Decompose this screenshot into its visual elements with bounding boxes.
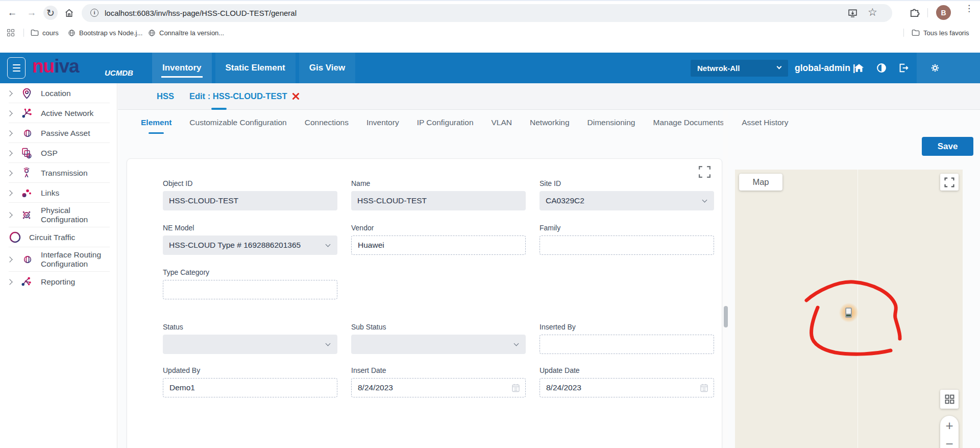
logo-subtitle: UCMDB xyxy=(105,68,133,77)
globe-speed-icon xyxy=(19,127,34,140)
field-sub-status: Sub Status xyxy=(351,323,526,354)
sidebar-item-reporting[interactable]: Reporting xyxy=(0,272,117,292)
browser-menu-icon[interactable]: ⋮ xyxy=(965,6,971,11)
tab-inventory[interactable]: Inventory xyxy=(366,118,399,127)
folder-icon xyxy=(31,29,39,36)
tab-element[interactable]: Element xyxy=(141,118,172,127)
chevron-right-icon xyxy=(7,150,12,156)
chevron-right-icon xyxy=(7,170,12,176)
bookmark-cours[interactable]: cours xyxy=(31,26,59,40)
field-update-date: Update Date 8/24/2023 xyxy=(540,366,714,397)
chevron-right-icon xyxy=(7,212,12,218)
sidebar-item-passive-asset[interactable]: Passive Asset xyxy=(0,123,117,143)
sidebar-item-active-network[interactable]: Active Network xyxy=(0,103,117,123)
calendar-icon[interactable] xyxy=(700,384,708,394)
back-icon[interactable]: ← xyxy=(5,6,19,20)
tab-vlan[interactable]: VLAN xyxy=(492,118,512,127)
object-id-input[interactable]: HSS-CLOUD-TEST xyxy=(163,191,337,210)
bookmark-connaitre[interactable]: Connaître la version... xyxy=(148,26,224,40)
bookmarks-separator xyxy=(23,29,24,37)
bookmark-bootstrap[interactable]: Bootstrap vs Node.j... xyxy=(68,26,142,40)
field-object-id: Object ID HSS-CLOUD-TEST xyxy=(163,179,337,210)
nav-static-element[interactable]: Static Element xyxy=(215,53,296,83)
ne-model-select[interactable]: HSS-CLOUD Type # 1692886201365 xyxy=(163,235,337,255)
close-icon[interactable] xyxy=(292,92,300,100)
family-input[interactable] xyxy=(540,235,714,255)
vendor-input[interactable]: Huawei xyxy=(351,235,526,255)
apps-grid-icon[interactable] xyxy=(7,26,14,40)
chevron-down-icon xyxy=(326,341,331,346)
zoom-in-button[interactable]: + xyxy=(940,416,959,435)
calendar-icon[interactable] xyxy=(512,384,520,394)
tab-connections[interactable]: Connections xyxy=(305,118,349,127)
chevron-down-icon xyxy=(514,341,519,346)
hamburger-menu-icon[interactable] xyxy=(7,57,26,79)
header-settings-panel xyxy=(917,53,980,83)
tab-dimensioning[interactable]: Dimensioning xyxy=(587,118,635,127)
updated-by-input[interactable]: Demo1 xyxy=(163,378,337,397)
sidebar-item-circuit-traffic[interactable]: Circuit Traffic xyxy=(0,227,117,247)
home-icon[interactable] xyxy=(62,6,76,20)
content-scrollbar[interactable] xyxy=(723,110,728,448)
tab-customizable-configuration[interactable]: Customizable Configuration xyxy=(189,118,286,127)
tab-networking[interactable]: Networking xyxy=(530,118,570,127)
sidebar-item-interface-routing-configuration[interactable]: Interface Routing Configuration xyxy=(0,247,117,272)
chevron-right-icon xyxy=(7,130,12,136)
field-inserted-by: Inserted By xyxy=(540,323,714,354)
breadcrumb-tab-hss[interactable]: HSS xyxy=(157,83,174,110)
inserted-by-input[interactable] xyxy=(540,335,714,354)
bookmark-star-icon[interactable]: ☆ xyxy=(868,6,879,17)
tab-manage-documents[interactable]: Manage Documents xyxy=(653,118,724,127)
map-device-marker[interactable] xyxy=(839,303,859,322)
url-bar[interactable]: i localhost:6083/inv/hss-page/HSS-CLOUD-… xyxy=(82,4,892,22)
update-date-input[interactable]: 8/24/2023 xyxy=(540,378,714,397)
refresh-icon[interactable]: ↻ xyxy=(43,6,58,20)
app-home-icon[interactable] xyxy=(853,62,865,74)
save-button[interactable]: Save xyxy=(922,137,973,156)
insert-date-input[interactable]: 8/24/2023 xyxy=(351,378,526,397)
browser-toolbar: ← → ↻ i localhost:6083/inv/hss-page/HSS-… xyxy=(0,0,980,26)
map-panel[interactable]: Map + − xyxy=(735,170,963,448)
contrast-icon[interactable] xyxy=(876,62,887,74)
sidebar: Location Active Network xyxy=(0,83,117,448)
type-category-input[interactable] xyxy=(163,280,337,299)
field-insert-date: Insert Date 8/24/2023 xyxy=(351,366,526,397)
profile-avatar[interactable]: B xyxy=(936,5,951,20)
page-info-icon[interactable]: i xyxy=(90,9,99,17)
bookmark-all-favorites[interactable]: Tous les favoris xyxy=(912,26,969,40)
nav-gis-view[interactable]: Gis View xyxy=(299,53,356,83)
map-layers-grid-icon[interactable] xyxy=(940,390,959,409)
scrollbar-thumb[interactable] xyxy=(724,306,728,327)
field-ne-model: NE Model HSS-CLOUD Type # 1692886201365 xyxy=(163,224,337,255)
element-form-card: Object ID HSS-CLOUD-TEST Name HSS-CLOUD-… xyxy=(127,158,722,448)
tab-asset-history[interactable]: Asset History xyxy=(742,118,788,127)
network-select[interactable]: Netwrok-All xyxy=(691,60,788,77)
install-app-icon[interactable] xyxy=(847,8,859,19)
url-text[interactable]: localhost:6083/inv/hss-page/HSS-CLOUD-TE… xyxy=(105,4,297,22)
map-fullscreen-icon[interactable] xyxy=(940,174,959,191)
sidebar-item-transmission[interactable]: Transmission xyxy=(0,163,117,183)
nav-inventory[interactable]: Inventory xyxy=(152,53,212,83)
settings-gear-icon[interactable] xyxy=(929,62,941,74)
sidebar-item-location[interactable]: Location xyxy=(0,83,117,103)
map-type-button[interactable]: Map xyxy=(739,174,782,191)
gear-wrench-icon xyxy=(19,208,34,222)
logout-icon[interactable] xyxy=(898,62,909,74)
forward-icon[interactable]: → xyxy=(24,6,39,20)
user-label: global-admin | xyxy=(795,53,855,83)
site-id-select[interactable]: CA0329C2 xyxy=(540,191,714,210)
expand-fullscreen-icon[interactable] xyxy=(698,165,712,181)
name-input[interactable]: HSS-CLOUD-TEST xyxy=(351,191,526,210)
sidebar-item-osp[interactable]: OSP xyxy=(0,143,117,163)
zoom-out-button[interactable]: − xyxy=(940,435,959,448)
chevron-right-icon xyxy=(7,190,12,196)
breadcrumb-tab-edit[interactable]: Edit : HSS-CLOUD-TEST xyxy=(189,83,300,110)
extensions-icon[interactable] xyxy=(909,7,920,20)
status-select[interactable] xyxy=(163,335,337,354)
sidebar-item-links[interactable]: Links xyxy=(0,183,117,203)
sidebar-item-physical-configuration[interactable]: Physical Configuration xyxy=(0,203,117,227)
tab-ip-configuration[interactable]: IP Configuration xyxy=(417,118,474,127)
app-logo: nuiva xyxy=(32,56,79,77)
field-family: Family xyxy=(540,224,714,255)
sub-status-select[interactable] xyxy=(351,335,526,354)
